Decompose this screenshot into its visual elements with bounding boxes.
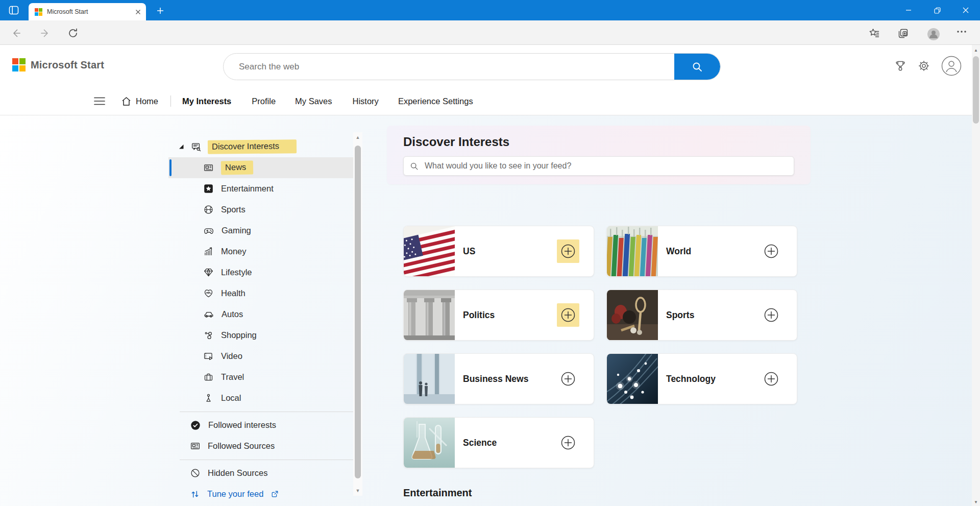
gaming-icon [203,225,214,236]
health-icon [203,288,214,299]
interest-search-icon [410,162,419,171]
interest-card-technology[interactable]: Technology [606,353,797,404]
money-icon [203,246,214,257]
interest-card-business-news[interactable]: Business News [403,353,594,404]
sidebar-item-autos[interactable]: Autos [168,304,353,325]
minimize-button[interactable] [894,0,923,20]
interest-card-science[interactable]: Science [403,417,594,468]
add-interest-button[interactable] [557,367,579,391]
nav-item-my-interests[interactable]: My Interests [182,97,231,106]
discover-panel-title: Discover Interests [403,135,509,149]
sidebar-scrollbar-thumb[interactable] [355,146,361,478]
card-label: World [666,246,691,257]
page-scrollbar[interactable]: ▲ ▼ [972,45,980,506]
sidebar-item-followed-sources[interactable]: Followed Sources [168,436,353,456]
card-image-us-flag [404,226,455,277]
followed-interests-icon [190,420,201,431]
interest-card-politics[interactable]: Politics [403,290,594,341]
sidebar-item-label: Gaming [222,226,251,235]
sidebar-item-followed-interests[interactable]: Followed interests [168,415,353,436]
browser-tab[interactable]: Microsoft Start [29,3,146,20]
scroll-down-icon[interactable]: ▼ [353,487,362,495]
sidebar-item-tune-your-feed[interactable]: Tune your feed [168,484,353,504]
interest-search-input[interactable] [424,161,788,171]
home-icon [121,97,131,106]
sports-icon [203,204,214,215]
microsoft-logo-icon [12,58,26,71]
content-area: Discover Interests News Entertainment Sp… [0,115,980,506]
add-interest-button[interactable] [760,367,782,391]
sidebar-item-sports[interactable]: Sports [168,199,353,220]
tree-expand-icon[interactable] [179,144,184,150]
page-scroll-down-icon[interactable]: ▼ [972,498,980,506]
sidebar-item-local[interactable]: Local [168,388,353,408]
search-button[interactable] [674,53,720,80]
refresh-icon[interactable] [67,28,79,39]
sidebar-item-entertainment[interactable]: Entertainment [168,178,353,199]
page-scrollbar-thumb[interactable] [973,56,979,124]
sidebar-item-lifestyle[interactable]: Lifestyle [168,262,353,283]
hidden-sources-icon [190,468,201,478]
page-settings-icon[interactable] [918,60,930,72]
sidebar-item-label: Entertainment [221,184,274,194]
page-scroll-up-icon[interactable]: ▲ [972,46,980,54]
lifestyle-icon [203,267,214,278]
sidebar-item-video[interactable]: Video [168,346,353,367]
nav-item-experience-settings[interactable]: Experience Settings [398,97,473,106]
nav-item-profile[interactable]: Profile [252,97,276,106]
msn-page: Microsoft Start Home My Interests Profil… [0,45,980,506]
travel-icon [203,372,214,382]
interest-card-world[interactable]: World [606,226,797,277]
sidebar-item-travel[interactable]: Travel [168,367,353,388]
web-search-input[interactable] [224,62,674,72]
sidebar-item-money[interactable]: Money [168,241,353,262]
local-icon [203,393,214,403]
sidebar-item-news[interactable]: News [168,157,353,178]
scroll-up-icon[interactable]: ▲ [353,133,362,141]
card-label: Technology [666,374,716,384]
favorites-icon[interactable] [869,28,880,39]
card-image-politics-columns [404,290,455,341]
nav-menu-icon[interactable] [94,97,105,105]
sidebar-item-label: Video [221,351,242,361]
add-interest-button[interactable] [760,239,782,263]
microsoft-start-logo[interactable]: Microsoft Start [12,58,104,71]
back-icon[interactable] [11,28,22,39]
sidebar-item-shopping[interactable]: Shopping [168,325,353,346]
add-interest-button[interactable] [557,239,579,263]
add-interest-button[interactable] [760,303,782,327]
sidebar-item-label: Money [221,247,247,256]
collections-icon[interactable] [897,28,909,39]
browser-menu-icon[interactable] [957,30,968,41]
close-window-button[interactable] [951,0,980,20]
interest-card-us[interactable]: US [403,226,594,277]
sidebar-item-hidden-sources[interactable]: Hidden Sources [168,463,353,484]
nav-item-my-saves[interactable]: My Saves [295,97,332,106]
sidebar-item-label: Followed Sources [208,441,275,451]
sidebar-item-gaming[interactable]: Gaming [168,220,353,241]
add-interest-button[interactable] [557,303,579,327]
sidebar-item-label: Travel [221,372,244,382]
nav-separator [170,95,171,107]
nav-item-home[interactable]: Home [121,97,158,106]
forward-icon[interactable] [39,28,50,39]
tab-close-icon[interactable] [135,9,141,15]
card-image-sports-equipment [607,290,658,341]
rewards-icon[interactable] [894,60,906,72]
tab-actions-button[interactable] [6,3,21,17]
sidebar-item-label: Hidden Sources [208,468,267,478]
browser-profile-avatar[interactable] [927,28,938,39]
new-tab-button[interactable] [153,4,167,17]
external-link-icon [271,490,279,498]
nav-item-history[interactable]: History [353,97,379,106]
interest-card-sports[interactable]: Sports [606,290,797,341]
web-search-bar [223,53,721,80]
restore-button[interactable] [923,0,951,20]
add-interest-button[interactable] [557,431,579,454]
sidebar-item-label: Sports [221,205,246,214]
account-avatar-icon[interactable] [941,56,962,76]
sidebar-item-discover-interests[interactable]: Discover Interests [168,136,353,157]
sidebar-item-health[interactable]: Health [168,283,353,304]
sidebar-scrollbar[interactable]: ▲ ▼ [353,132,362,496]
sidebar-item-label: News [221,160,254,175]
